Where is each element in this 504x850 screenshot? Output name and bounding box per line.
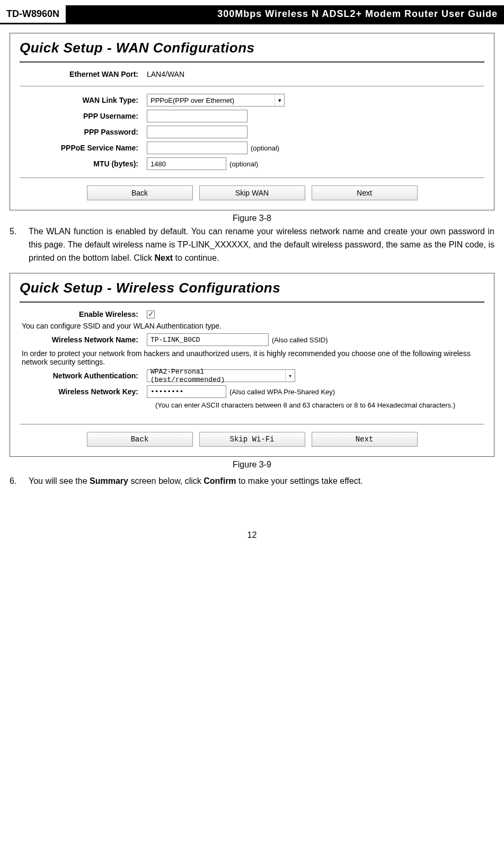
wan-link-select[interactable]: PPPoE(PPP over Ethernet) ▾	[147, 94, 285, 107]
bold-text: Summary	[90, 476, 128, 485]
eth-port-value: LAN4/WAN	[147, 70, 184, 78]
figure-wan-config: Quick Setup - WAN Configurations Etherne…	[10, 33, 494, 210]
divider	[20, 302, 484, 303]
service-label: PPPoE Service Name:	[20, 144, 147, 152]
figure-title: Quick Setup - WAN Configurations	[20, 40, 484, 56]
chevron-down-icon: ▾	[285, 370, 295, 382]
button-row: Back Skip Wi-Fi Next	[20, 432, 484, 447]
ppp-user-input[interactable]	[147, 110, 247, 122]
list-text: The WLAN function is enabled by default.…	[29, 225, 494, 264]
ssid-hint: (Also called SSID)	[272, 336, 328, 344]
row-mtu: MTU (bytes): (optional)	[20, 157, 484, 170]
row-ppp-pass: PPP Password:	[20, 126, 484, 138]
row-enable-wireless: Enable Wireless:	[20, 310, 484, 318]
text-segment: screen below, click	[128, 476, 204, 485]
header-model: TD-W8960N	[0, 5, 66, 23]
text-segment: The WLAN function is enabled by default.…	[29, 227, 494, 262]
optional-text: (optional)	[229, 160, 258, 168]
service-input[interactable]	[147, 141, 247, 154]
row-network-name: Wireless Network Name: (Also called SSID…	[20, 333, 484, 346]
ppp-user-label: PPP Username:	[20, 112, 147, 120]
button-row: Back Skip WAN Next	[20, 185, 484, 200]
figure-caption: Figure 3-8	[0, 214, 504, 223]
next-button[interactable]: Next	[312, 185, 418, 200]
bold-text: Confirm	[204, 476, 236, 485]
back-button[interactable]: Back	[87, 185, 193, 200]
skip-wifi-button[interactable]: Skip Wi-Fi	[199, 432, 305, 447]
key-hint: (Also called WPA Pre-Shared Key)	[229, 388, 335, 396]
mtu-input[interactable]	[147, 157, 226, 170]
eth-port-label: Ethernet WAN Port:	[20, 70, 147, 78]
network-name-input[interactable]	[147, 333, 269, 346]
row-ppp-user: PPP Username:	[20, 110, 484, 122]
page-header: TD-W8960N 300Mbps Wireless N ADSL2+ Mode…	[0, 5, 504, 24]
network-name-label: Wireless Network Name:	[20, 335, 147, 344]
ppp-pass-label: PPP Password:	[20, 128, 147, 136]
figure-title: Quick Setup - Wireless Configurations	[20, 280, 484, 296]
divider	[20, 86, 484, 86]
row-auth: Network Authentication: WPA2-Personal (b…	[20, 369, 484, 382]
row-wan-link: WAN Link Type: PPPoE(PPP over Ethernet) …	[20, 94, 484, 107]
ssid-note: You can configure SSID and your WLAN Aut…	[22, 322, 484, 330]
security-note: In order to protect your network from ha…	[22, 349, 484, 366]
row-key: Wireless Network Key: (Also called WPA P…	[20, 385, 484, 398]
row-eth-port: Ethernet WAN Port: LAN4/WAN	[20, 70, 484, 78]
list-item-5: 5. The WLAN function is enabled by defau…	[10, 225, 494, 264]
back-button[interactable]: Back	[87, 432, 193, 447]
text-segment: to continue.	[173, 253, 219, 262]
figure-caption: Figure 3-9	[0, 460, 504, 470]
key-input[interactable]	[147, 385, 226, 398]
divider	[20, 61, 484, 63]
optional-text: (optional)	[251, 144, 279, 152]
key-note: (You can enter ASCII characters between …	[155, 401, 484, 409]
mtu-label: MTU (bytes):	[20, 160, 147, 168]
page-number: 12	[0, 530, 504, 540]
figure-wireless-config: Quick Setup - Wireless Configurations En…	[10, 273, 494, 457]
skip-wan-button[interactable]: Skip WAN	[199, 185, 305, 200]
text-segment: You will see the	[29, 476, 90, 485]
enable-wireless-checkbox[interactable]	[147, 311, 155, 318]
bold-text: Next	[154, 253, 173, 262]
next-button[interactable]: Next	[312, 432, 418, 447]
divider	[20, 424, 484, 424]
list-number: 6.	[10, 475, 29, 488]
auth-select[interactable]: WPA2-Personal (best/recommended) ▾	[147, 369, 295, 382]
list-text: You will see the Summary screen below, c…	[29, 475, 494, 488]
divider	[20, 178, 484, 178]
row-service: PPPoE Service Name: (optional)	[20, 141, 484, 154]
list-number: 5.	[10, 225, 29, 264]
enable-wireless-label: Enable Wireless:	[20, 310, 147, 318]
auth-value: WPA2-Personal (best/recommended)	[147, 368, 285, 384]
list-item-6: 6. You will see the Summary screen below…	[10, 475, 494, 488]
key-label: Wireless Network Key:	[20, 387, 147, 396]
wan-link-value: PPPoE(PPP over Ethernet)	[147, 96, 275, 104]
auth-label: Network Authentication:	[20, 371, 147, 380]
ppp-pass-input[interactable]	[147, 126, 247, 138]
header-title: 300Mbps Wireless N ADSL2+ Modem Router U…	[66, 5, 504, 23]
text-segment: to make your settings take effect.	[236, 476, 363, 485]
wan-link-label: WAN Link Type:	[20, 96, 147, 104]
chevron-down-icon: ▾	[275, 94, 284, 106]
